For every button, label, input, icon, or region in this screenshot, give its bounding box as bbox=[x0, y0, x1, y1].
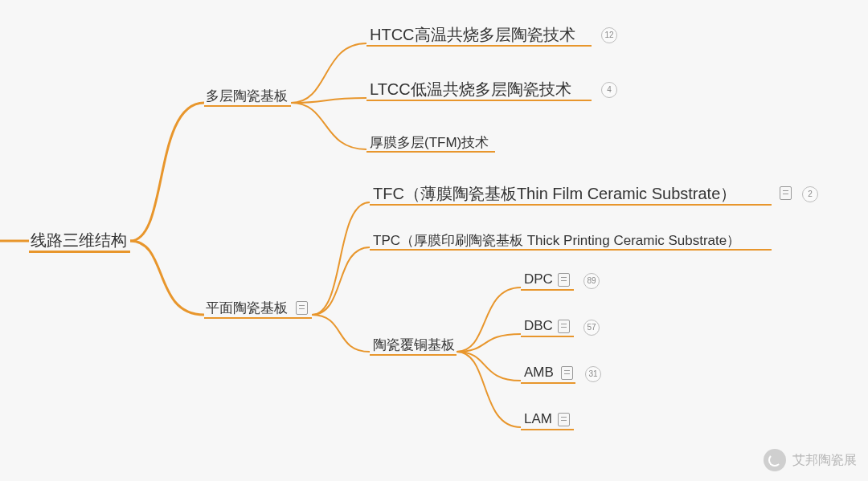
branch-multilayer-label: 多层陶瓷基板 bbox=[206, 88, 288, 104]
leaf-amb-label: AMB bbox=[524, 365, 554, 380]
leaf-tpc-label: TPC（厚膜印刷陶瓷基板 Thick Printing Ceramic Subs… bbox=[373, 233, 740, 248]
leaf-lam[interactable]: LAM bbox=[524, 411, 552, 427]
watermark: 艾邦陶瓷展 bbox=[764, 449, 857, 471]
leaf-tfm[interactable]: 厚膜多层(TFM)技术 bbox=[370, 133, 489, 152]
leaf-tfm-label: 厚膜多层(TFM)技术 bbox=[370, 135, 489, 150]
branch-planar[interactable]: 平面陶瓷基板 bbox=[206, 299, 288, 317]
leaf-lam-label: LAM bbox=[524, 411, 552, 426]
branch-copper-label: 陶瓷覆铜基板 bbox=[373, 337, 455, 353]
leaf-dpc[interactable]: DPC bbox=[524, 271, 553, 287]
wechat-logo-icon bbox=[764, 449, 786, 471]
badge-ltcc-count: 4 bbox=[601, 82, 617, 98]
leaf-tfc[interactable]: TFC（薄膜陶瓷基板Thin Film Ceramic Substrate） bbox=[373, 183, 736, 205]
doc-icon bbox=[780, 186, 792, 200]
leaf-tpc[interactable]: TPC（厚膜印刷陶瓷基板 Thick Printing Ceramic Subs… bbox=[373, 231, 740, 250]
root-node[interactable]: 线路三维结构 bbox=[31, 230, 127, 251]
doc-icon bbox=[561, 366, 573, 380]
watermark-text: 艾邦陶瓷展 bbox=[792, 452, 857, 469]
leaf-tfc-label: TFC（薄膜陶瓷基板Thin Film Ceramic Substrate） bbox=[373, 185, 736, 202]
leaf-ltcc-label: LTCC低温共烧多层陶瓷技术 bbox=[370, 80, 571, 98]
leaf-ltcc[interactable]: LTCC低温共烧多层陶瓷技术 bbox=[370, 79, 571, 100]
doc-icon bbox=[296, 301, 308, 315]
mindmap-canvas: 线路三维结构 多层陶瓷基板 HTCC高温共烧多层陶瓷技术 12 LTCC低温共烧… bbox=[0, 0, 868, 481]
leaf-dbc[interactable]: DBC bbox=[524, 318, 553, 334]
leaf-htcc-label: HTCC高温共烧多层陶瓷技术 bbox=[370, 26, 575, 43]
badge-amb-count: 31 bbox=[585, 366, 601, 382]
leaf-dpc-label: DPC bbox=[524, 271, 553, 287]
badge-dpc-count: 89 bbox=[583, 273, 600, 289]
leaf-amb[interactable]: AMB bbox=[524, 365, 554, 381]
branch-multilayer[interactable]: 多层陶瓷基板 bbox=[206, 87, 288, 105]
badge-htcc-count: 12 bbox=[601, 27, 617, 43]
root-label: 线路三维结构 bbox=[31, 231, 127, 249]
doc-icon bbox=[558, 320, 570, 333]
doc-icon bbox=[558, 413, 570, 426]
leaf-dbc-label: DBC bbox=[524, 318, 553, 333]
branch-copper[interactable]: 陶瓷覆铜基板 bbox=[373, 336, 455, 354]
badge-tfc-count: 2 bbox=[802, 186, 818, 202]
branch-planar-label: 平面陶瓷基板 bbox=[206, 300, 288, 316]
badge-dbc-count: 57 bbox=[583, 320, 600, 336]
doc-icon bbox=[558, 273, 570, 287]
leaf-htcc[interactable]: HTCC高温共烧多层陶瓷技术 bbox=[370, 24, 575, 46]
